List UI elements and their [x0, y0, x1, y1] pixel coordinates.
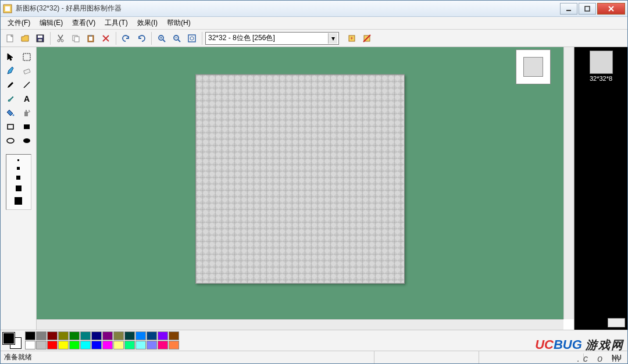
svg-rect-3: [585, 6, 590, 11]
brush-size-1[interactable]: [17, 159, 19, 161]
maximize-button[interactable]: [579, 3, 596, 15]
palette-color-0[interactable]: [25, 331, 35, 340]
horizontal-scrollbar[interactable]: [37, 319, 563, 330]
line-tool[interactable]: [19, 78, 34, 91]
brush-size-5[interactable]: [15, 197, 22, 205]
svg-line-20: [163, 40, 165, 42]
brush-size-2[interactable]: [17, 167, 20, 170]
delete-button[interactable]: [99, 31, 113, 45]
palette-color-13[interactable]: [169, 331, 179, 340]
pointer-tool[interactable]: [3, 51, 18, 63]
rect-outline-tool[interactable]: [3, 120, 18, 133]
palette-color-9[interactable]: [124, 331, 135, 340]
palette-color-12[interactable]: [158, 331, 168, 340]
palette-color-8[interactable]: [113, 331, 124, 340]
palette-color-23[interactable]: [124, 341, 135, 349]
svg-line-24: [178, 40, 180, 42]
menu-file[interactable]: 文件(F): [3, 17, 35, 29]
new-button[interactable]: [3, 31, 17, 45]
undo-button[interactable]: [119, 31, 133, 45]
palette-color-14[interactable]: [25, 341, 35, 349]
menu-help[interactable]: 帮助(H): [162, 17, 195, 29]
open-button[interactable]: [18, 31, 32, 45]
palette-color-18[interactable]: [69, 341, 80, 349]
brush-size-3[interactable]: [16, 176, 20, 180]
menu-effects[interactable]: 效果(I): [133, 17, 162, 29]
palette-color-17[interactable]: [58, 341, 69, 349]
status-cell-1: [374, 351, 479, 363]
dropdown-value: 32*32 - 8位色 [256色]: [208, 33, 275, 43]
palette-color-4[interactable]: [69, 331, 80, 340]
fg-bg-colors[interactable]: [3, 333, 22, 349]
eraser-tool[interactable]: [19, 65, 34, 77]
svg-rect-16: [90, 35, 92, 37]
svg-text:A: A: [23, 94, 29, 104]
redo-button[interactable]: [134, 31, 148, 45]
palette-color-25[interactable]: [147, 341, 157, 349]
svg-rect-13: [74, 37, 79, 42]
minimize-button[interactable]: [560, 3, 577, 15]
menu-view[interactable]: 查看(V): [67, 17, 100, 29]
preview-box: [516, 49, 551, 84]
fill-tool[interactable]: [3, 106, 18, 119]
svg-point-44: [7, 138, 14, 143]
palette-color-26[interactable]: [158, 341, 168, 349]
close-button[interactable]: [597, 3, 625, 15]
rect-select-tool[interactable]: [19, 51, 34, 63]
text-tool[interactable]: A: [19, 92, 34, 105]
svg-point-41: [28, 112, 29, 113]
add-format-button[interactable]: +: [345, 31, 359, 45]
pencil-tool[interactable]: [3, 78, 18, 91]
palette-color-10[interactable]: [135, 331, 146, 340]
palette-color-11[interactable]: [147, 331, 157, 340]
palette-color-19[interactable]: [80, 341, 91, 349]
status-indicator: NU .c o m: [583, 354, 624, 362]
palette-color-5[interactable]: [80, 331, 91, 340]
palette-color-15[interactable]: [36, 341, 47, 349]
ellipse-outline-tool[interactable]: [3, 134, 18, 147]
spray-tool[interactable]: [19, 106, 34, 119]
svg-point-36: [12, 115, 14, 116]
palette-color-24[interactable]: [135, 341, 146, 349]
svg-point-39: [28, 110, 30, 111]
palette-color-16[interactable]: [47, 341, 58, 349]
palette-color-1[interactable]: [36, 331, 47, 340]
svg-text:+: +: [350, 35, 353, 41]
rect-fill-tool[interactable]: [19, 120, 34, 133]
size-format-dropdown[interactable]: 32*32 - 8位色 [256色] ▾: [205, 32, 339, 45]
tool-panel: A: [1, 47, 37, 330]
brush-size-4[interactable]: [16, 185, 22, 191]
copy-button[interactable]: [69, 31, 83, 45]
zoom-in-button[interactable]: [155, 31, 169, 45]
format-thumbnail[interactable]: [590, 51, 613, 74]
menu-edit[interactable]: 编辑(E): [35, 17, 67, 29]
vertical-scrollbar[interactable]: [563, 47, 574, 319]
svg-rect-37: [24, 112, 28, 116]
palette-color-27[interactable]: [169, 341, 179, 349]
zoom-out-button[interactable]: [170, 31, 184, 45]
ellipse-fill-tool[interactable]: [19, 134, 34, 147]
zoom-fit-button[interactable]: [185, 31, 199, 45]
palette-color-2[interactable]: [47, 331, 58, 340]
palette-color-22[interactable]: [113, 341, 124, 349]
app-window: 新图标(32*32) - 好易用图标制作器 文件(F) 编辑(E) 查看(V) …: [0, 0, 628, 364]
eyedropper-tool[interactable]: [3, 65, 18, 77]
brush-tool[interactable]: [3, 92, 18, 105]
paste-button[interactable]: [84, 31, 98, 45]
window-title: 新图标(32*32) - 好易用图标制作器: [16, 3, 560, 13]
panel-scrollbar[interactable]: [608, 318, 625, 327]
remove-format-button[interactable]: [360, 31, 374, 45]
separator: [50, 32, 51, 45]
palette-color-21[interactable]: [102, 341, 113, 349]
palette-color-20[interactable]: [91, 341, 102, 349]
cut-button[interactable]: [53, 31, 67, 45]
svg-rect-15: [89, 37, 92, 41]
palette-color-6[interactable]: [91, 331, 102, 340]
palette-color-3[interactable]: [58, 331, 69, 340]
save-button[interactable]: [33, 31, 47, 45]
menu-tools[interactable]: 工具(T): [100, 17, 132, 29]
fg-color-swatch[interactable]: [3, 333, 15, 344]
dropdown-arrow-icon: ▾: [328, 33, 337, 44]
icon-canvas[interactable]: [195, 74, 405, 284]
palette-color-7[interactable]: [102, 331, 113, 340]
